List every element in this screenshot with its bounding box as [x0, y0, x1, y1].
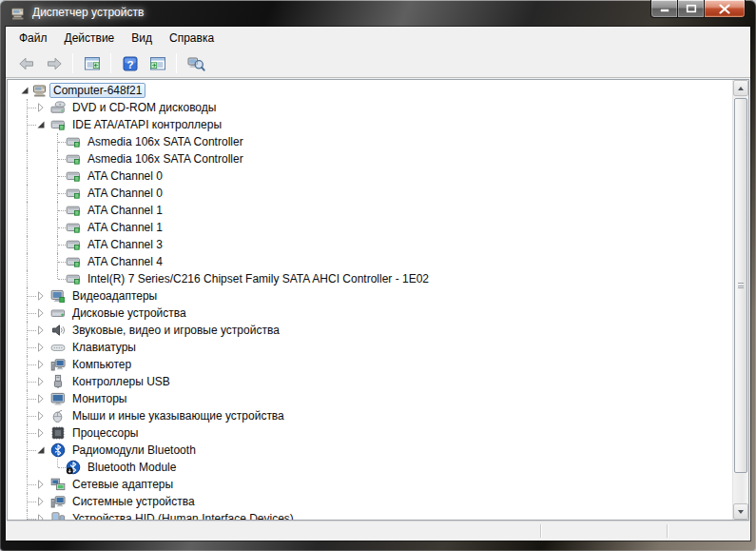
status-pane-divider	[540, 524, 542, 538]
hid-icon	[50, 511, 66, 520]
tree-item-label: ATA Channel 3	[84, 237, 166, 252]
system-devices-icon	[50, 494, 66, 509]
tree-item[interactable]: Клавиатуры	[8, 339, 732, 356]
device-manager-icon	[10, 6, 26, 21]
tree-item[interactable]: Мыши и иные указывающие устройства	[8, 407, 732, 424]
expand-arrow-icon[interactable]	[36, 377, 46, 386]
forward-button[interactable]	[41, 52, 67, 75]
menu-bar: Файл Действие Вид Справка	[6, 27, 750, 49]
action-pane-icon	[148, 54, 167, 73]
expand-arrow-icon[interactable]	[36, 308, 46, 318]
tree-connector-line	[28, 125, 36, 126]
device-manager-window: Диспетчер устройств Файл Действие Вид Сп…	[0, 0, 756, 551]
tree-item[interactable]: Asmedia 106x SATA Controller	[8, 150, 732, 167]
tree-item[interactable]: Радиомодули Bluetooth	[8, 442, 732, 459]
tree-item-label: Клавиатуры	[68, 340, 140, 355]
tree-item[interactable]: Видеоадаптеры	[8, 287, 732, 305]
expand-arrow-icon[interactable]	[36, 480, 46, 489]
close-button[interactable]	[705, 0, 746, 18]
scroll-down-icon	[738, 510, 744, 514]
toolbar: ?	[6, 49, 750, 78]
tree-item[interactable]: Мониторы	[8, 390, 732, 407]
collapse-arrow-icon[interactable]	[36, 445, 46, 455]
scan-hardware-changes-button[interactable]	[183, 52, 208, 75]
expand-arrow-icon[interactable]	[36, 394, 46, 403]
menu-action[interactable]: Действие	[56, 29, 124, 48]
tree-item[interactable]: ATA Channel 0	[8, 167, 732, 185]
show-hide-console-tree-button[interactable]	[79, 52, 105, 75]
tree-item[interactable]: Системные устройства	[8, 493, 732, 510]
help-icon: ?	[121, 54, 140, 73]
scrollbar-thumb[interactable]	[734, 98, 747, 473]
tree-connector-line	[27, 270, 28, 287]
tree-item-label: ATA Channel 0	[84, 168, 166, 184]
tree-item[interactable]: ATA Channel 1	[8, 202, 732, 219]
menu-view[interactable]: Вид	[123, 29, 161, 48]
vertical-scrollbar[interactable]	[732, 80, 748, 520]
tree-connector-line	[58, 262, 66, 263]
tree-connector-line	[58, 159, 66, 160]
collapse-arrow-icon[interactable]	[20, 86, 29, 95]
maximize-icon	[686, 4, 697, 13]
minimize-button[interactable]	[650, 0, 678, 18]
tree-item[interactable]: Компьютер	[8, 356, 732, 373]
scroll-up-button[interactable]	[733, 80, 748, 96]
tree-item[interactable]: DVD и CD-ROM дисководы	[8, 99, 732, 116]
tree-connector-line	[28, 313, 36, 314]
toolbar-separator	[72, 53, 73, 73]
back-button[interactable]	[13, 52, 39, 75]
tree-item-label: ATA Channel 1	[84, 220, 166, 235]
help-button[interactable]: ?	[117, 52, 143, 75]
tree-item[interactable]: Asmedia 106x SATA Controller	[8, 133, 732, 150]
tree-item[interactable]: Контроллеры USB	[8, 373, 732, 390]
tree-item[interactable]: Звуковые, видео и игровые устройства	[8, 322, 732, 339]
ide-controller-icon	[66, 203, 81, 218]
monitor-icon	[50, 391, 66, 406]
expand-arrow-icon[interactable]	[36, 360, 46, 369]
window-title: Диспетчер устройств	[32, 0, 144, 26]
tree-item[interactable]: Сетевые адаптеры	[8, 476, 732, 493]
show-hide-action-pane-button[interactable]	[145, 52, 170, 75]
scroll-down-button[interactable]	[733, 503, 748, 520]
expand-arrow-icon[interactable]	[36, 514, 46, 520]
tree-item[interactable]: Intel(R) 7 Series/C216 Chipset Family SA…	[8, 270, 732, 287]
tree-connector-line	[27, 459, 28, 476]
collapse-arrow-icon[interactable]	[36, 120, 46, 129]
tree-item[interactable]: ATA Channel 4	[8, 253, 732, 270]
menu-help[interactable]: Справка	[161, 29, 223, 48]
tree-item-label: ATA Channel 1	[84, 203, 166, 218]
tree-item-label: Процессоры	[68, 425, 143, 441]
tree-item-label: ATA Channel 0	[84, 186, 166, 201]
tree-item[interactable]: ATA Channel 0	[8, 185, 732, 202]
tree-item[interactable]: Процессоры	[8, 424, 732, 442]
expand-arrow-icon[interactable]	[36, 291, 46, 301]
expand-arrow-icon[interactable]	[36, 103, 46, 112]
maximize-button[interactable]	[678, 0, 705, 18]
disk-drive-icon	[50, 305, 66, 321]
tree-connector-line	[28, 347, 36, 348]
expand-arrow-icon[interactable]	[36, 343, 46, 352]
expand-arrow-icon[interactable]	[36, 428, 46, 438]
tree-item-label: Устройства HID (Human Interface Devices)	[68, 511, 298, 520]
tree-connector-line	[57, 270, 58, 279]
tree-item[interactable]: Устройства HID (Human Interface Devices)	[8, 510, 732, 520]
tree-item[interactable]: Дисковые устройства	[8, 305, 732, 322]
status-bar	[7, 521, 749, 541]
menu-file[interactable]: Файл	[10, 29, 56, 48]
tree-connector-line	[28, 450, 36, 451]
tree-item[interactable]: ATA Channel 3	[8, 236, 732, 253]
svg-text:?: ?	[126, 58, 133, 69]
tree-connector-line	[28, 502, 36, 502]
ide-controller-icon	[66, 134, 81, 149]
expand-arrow-icon[interactable]	[36, 411, 46, 421]
tree-item[interactable]: Bluetooth Module	[8, 459, 732, 476]
title-bar[interactable]: Диспетчер устройств	[0, 0, 756, 27]
tree-item[interactable]: ATA Channel 1	[8, 219, 732, 236]
tree-item[interactable]: Computer-648f21	[8, 82, 732, 99]
tree-item[interactable]: IDE ATA/ATAPI контроллеры	[8, 116, 732, 133]
tree-connector-line	[57, 459, 58, 467]
expand-arrow-icon[interactable]	[36, 325, 46, 335]
minimize-icon	[660, 4, 669, 13]
expand-arrow-icon[interactable]	[36, 497, 46, 506]
tree-connector-line	[28, 330, 36, 331]
